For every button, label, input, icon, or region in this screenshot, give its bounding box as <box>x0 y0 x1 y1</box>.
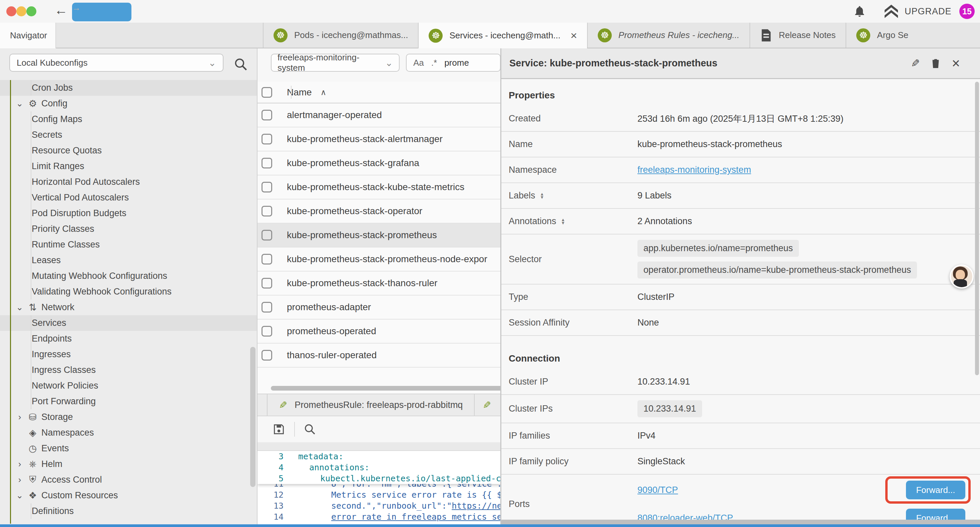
sidebar-item-vertical-pod-autoscalers[interactable]: Vertical Pod Autoscalers <box>0 190 257 205</box>
sidebar-item-config-maps[interactable]: Config Maps <box>0 111 257 127</box>
sidebar-item-access-control[interactable]: ›⛨Access Control <box>0 472 257 488</box>
forward-button[interactable]: Forward... <box>906 481 965 499</box>
sidebar-search-icon[interactable] <box>234 57 248 72</box>
tab-label: Prometheus Rules - icecheng... <box>619 30 740 40</box>
sidebar-item-network-policies[interactable]: Network Policies <box>0 378 257 393</box>
sidebar-item-horizontal-pod-autoscalers[interactable]: Horizontal Pod Autoscalers <box>0 174 257 190</box>
app-tab[interactable]: ☸Argo Se <box>846 23 918 48</box>
match-case-toggle[interactable]: Aa <box>413 58 424 68</box>
sidebar-item-label: Config Maps <box>32 114 83 124</box>
chevron-down-icon[interactable]: ⌄ <box>15 302 25 312</box>
select-all-checkbox[interactable] <box>261 87 272 98</box>
sidebar-item-limit-ranges[interactable]: Limit Ranges <box>0 158 257 174</box>
namespace-link[interactable]: freeleaps-monitoring-system <box>638 165 751 175</box>
navigator-panel-tab[interactable]: Navigator <box>0 23 56 48</box>
sidebar-item-endpoints[interactable]: Endpoints <box>0 331 257 347</box>
edit-pencil-icon[interactable]: ✎ <box>911 57 920 70</box>
row-checkbox[interactable] <box>261 110 272 120</box>
sidebar-item-config[interactable]: ⌄⚙Config <box>0 96 257 111</box>
tab-label: Argo Se <box>877 30 908 40</box>
save-icon[interactable] <box>272 423 286 436</box>
detail-horizontal-scrollbar[interactable] <box>501 520 980 524</box>
app-tab[interactable]: ☸Pods - icecheng@mathmas... <box>263 23 418 48</box>
port-link[interactable]: 9090/TCP <box>638 485 678 495</box>
row-checkbox[interactable] <box>261 230 272 240</box>
namespace-filter-select[interactable]: freeleaps-monitoring-system ⌄ <box>271 54 399 72</box>
sidebar-item-definitions[interactable]: Definitions <box>0 503 257 519</box>
row-checkbox[interactable] <box>261 326 272 336</box>
sidebar-item-custom-resources[interactable]: ⌄❖Custom Resources <box>0 488 257 503</box>
dock-tab-prometheusrule[interactable]: ✎ PrometheusRule: freeleaps-prod-rabbitm… <box>267 394 475 416</box>
row-checkbox[interactable] <box>261 206 272 217</box>
dock-tab-next[interactable]: ✎ <box>475 394 499 416</box>
detail-row-label: Cluster IPs <box>501 404 638 414</box>
forward-button[interactable]: Forward... <box>906 509 965 520</box>
row-checkbox[interactable] <box>261 302 272 312</box>
sidebar-item-pod-disruption-budgets[interactable]: Pod Disruption Budgets <box>0 205 257 221</box>
app-tab[interactable]: ☸Prometheus Rules - icecheng... <box>587 23 749 48</box>
chevron-right-icon[interactable]: › <box>15 412 25 422</box>
table-search-input[interactable]: Aa .* prome <box>406 54 501 72</box>
port-row: 8080:reloader-web/TCPForward... <box>638 506 980 520</box>
kubernetes-icon: ☸ <box>429 29 442 43</box>
sidebar-item-leases[interactable]: Leases <box>0 253 257 268</box>
row-checkbox[interactable] <box>261 350 272 361</box>
window-zoom-button[interactable] <box>26 6 37 16</box>
sort-toggle-icon[interactable]: ▲▼ <box>540 193 544 199</box>
app-tab[interactable]: ☸Services - icecheng@math...× <box>418 23 587 48</box>
chevron-down-icon[interactable]: ⌄ <box>15 99 25 109</box>
kubeconfig-context-select[interactable]: Local Kubeconfigs ⌄ <box>10 54 223 72</box>
sidebar-item-storage[interactable]: ›⛁Storage <box>0 409 257 425</box>
service-name-cell: thanos-ruler-operated <box>287 350 377 361</box>
sidebar-item-ingress-classes[interactable]: Ingress Classes <box>0 362 257 378</box>
trash-icon[interactable] <box>931 58 940 69</box>
app-tab[interactable]: Release Notes <box>749 23 846 48</box>
sidebar-item-priority-classes[interactable]: Priority Classes <box>0 221 257 237</box>
sidebar-item-runtime-classes[interactable]: Runtime Classes <box>0 237 257 253</box>
sidebar-item-mutating-webhook-configurations[interactable]: Mutating Webhook Configurations <box>0 268 257 284</box>
sidebar-item-label: Storage <box>41 412 73 422</box>
detail-row-name: Namekube-prometheus-stack-prometheus <box>501 132 980 158</box>
row-checkbox[interactable] <box>261 254 272 264</box>
forward-arrow-icon[interactable]: → <box>72 3 131 21</box>
sidebar-item-ingresses[interactable]: Ingresses <box>0 347 257 362</box>
sidebar-item-secrets[interactable]: Secrets <box>0 127 257 143</box>
sidebar-item-helm[interactable]: ›⎈Helm <box>0 456 257 472</box>
chevron-right-icon[interactable]: › <box>15 459 25 469</box>
sidebar-item-validating-webhook-configurations[interactable]: Validating Webhook Configurations <box>0 284 257 299</box>
close-icon[interactable]: × <box>951 56 960 72</box>
sidebar-item-resource-quotas[interactable]: Resource Quotas <box>0 143 257 158</box>
row-checkbox[interactable] <box>261 278 272 288</box>
regex-toggle[interactable]: .* <box>431 58 437 68</box>
sidebar-item-services[interactable]: Services <box>0 315 257 331</box>
sidebar-item-port-forwarding[interactable]: Port Forwarding <box>0 393 257 409</box>
sort-toggle-icon[interactable]: ▲▼ <box>561 218 565 225</box>
close-tab-icon[interactable]: × <box>570 29 577 42</box>
sidebar-item-label: Network Policies <box>32 381 99 391</box>
notifications-bell-icon[interactable] <box>853 5 866 19</box>
notification-count-badge[interactable]: 15 <box>959 4 975 19</box>
row-checkbox[interactable] <box>261 158 272 169</box>
editor-search-icon[interactable] <box>304 423 316 436</box>
window-minimize-button[interactable] <box>16 6 26 16</box>
row-checkbox[interactable] <box>261 134 272 145</box>
back-arrow-icon[interactable]: ← <box>54 3 68 18</box>
port-link[interactable]: 8080:reloader-web/TCP <box>638 513 733 520</box>
upgrade-button[interactable]: UPGRADE <box>883 4 951 19</box>
sidebar-item-network[interactable]: ⌄⇅Network <box>0 299 257 315</box>
row-checkbox[interactable] <box>261 182 272 193</box>
sidebar-scrollbar[interactable] <box>250 347 256 487</box>
service-name-cell: prometheus-adapter <box>287 302 371 312</box>
user-avatar[interactable] <box>950 264 974 288</box>
window-close-button[interactable] <box>6 6 16 16</box>
chevron-down-icon[interactable]: ⌄ <box>15 490 25 501</box>
detail-scrollbar[interactable] <box>975 82 979 375</box>
edit-pencil-icon: ✎ <box>279 399 287 411</box>
detail-row-value: freeleaps-monitoring-system <box>638 165 980 175</box>
dock-tab-label: PrometheusRule: freeleaps-prod-rabbitmq <box>294 400 463 410</box>
detail-row-value: 9090/TCPForward...8080:reloader-web/TCPF… <box>638 474 980 520</box>
chevron-right-icon[interactable]: › <box>15 474 25 485</box>
sidebar-item-namespaces[interactable]: ◈Namespaces <box>0 425 257 441</box>
sidebar-item-events[interactable]: ◷Events <box>0 441 257 456</box>
sidebar-item-cron-jobs[interactable]: Cron Jobs <box>0 80 257 96</box>
